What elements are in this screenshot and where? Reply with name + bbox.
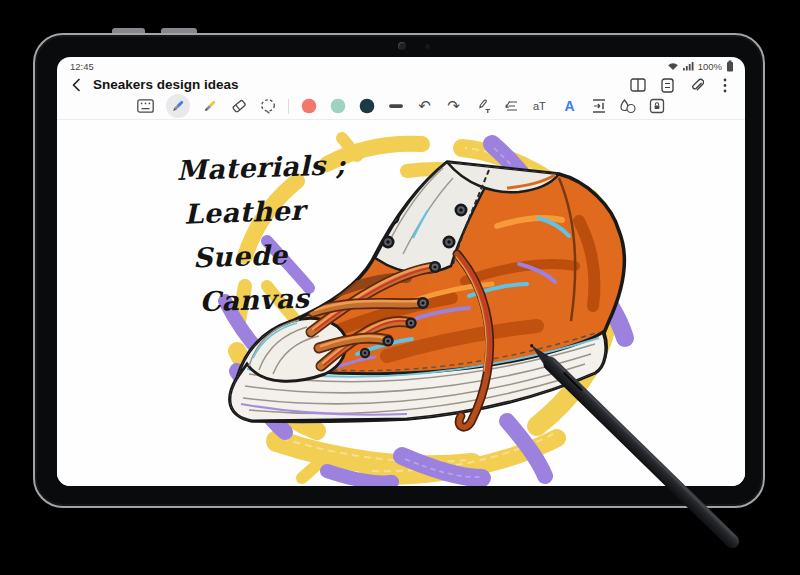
keyboard-tool-button[interactable] <box>137 97 155 115</box>
svg-text:A: A <box>564 98 574 114</box>
color-swatch-coral[interactable] <box>300 97 318 115</box>
color-swatch-mint[interactable] <box>329 97 347 115</box>
handwritten-note: Materials ; Leather Suede Canvas <box>176 143 351 325</box>
undo-button[interactable]: ↶ <box>416 97 434 115</box>
scene: 12:45 100% <box>0 0 800 575</box>
undo-icon: ↶ <box>418 99 431 114</box>
drawing-toolbar: ↶ ↷ <box>57 93 745 119</box>
insert-text-button[interactable] <box>590 97 608 115</box>
highlighter-tool-button[interactable] <box>201 97 219 115</box>
pen-to-text-button[interactable] <box>474 97 492 115</box>
tablet-screen: 12:45 100% <box>57 57 745 486</box>
eraser-icon <box>231 98 247 114</box>
back-button[interactable] <box>69 77 85 93</box>
pen-tool-button[interactable] <box>166 94 190 118</box>
pen-to-text-icon <box>475 98 491 114</box>
light-sensor-icon <box>425 44 430 49</box>
pen-icon <box>170 98 186 114</box>
redo-button[interactable]: ↷ <box>445 97 463 115</box>
lasso-icon <box>260 98 276 114</box>
lock-page-button[interactable] <box>648 97 666 115</box>
front-camera-icon <box>398 42 406 50</box>
handwriting-line: Leather <box>184 187 349 237</box>
note-view-button[interactable] <box>657 75 677 95</box>
more-options-button[interactable] <box>715 75 735 95</box>
convert-to-text-button[interactable]: aT <box>532 97 550 115</box>
note-canvas[interactable]: Materials ; Leather Suede Canvas <box>57 120 745 486</box>
convert-to-text-icon: aT <box>532 98 550 114</box>
highlighter-icon <box>202 98 218 114</box>
signal-icon <box>683 61 694 71</box>
color-swatch-navy[interactable] <box>358 97 376 115</box>
battery-percent: 100% <box>698 61 722 72</box>
auto-format-button[interactable]: A <box>561 97 579 115</box>
attachment-button[interactable] <box>686 75 706 95</box>
toolbar-divider <box>288 99 289 114</box>
svg-text:aT: aT <box>533 100 546 112</box>
insert-text-icon <box>591 98 607 114</box>
straighten-button[interactable] <box>503 97 521 115</box>
shapes-icon <box>619 98 636 114</box>
shape-recognition-button[interactable] <box>619 97 637 115</box>
line-thickness-button[interactable] <box>387 97 405 115</box>
handwriting-line: Materials ; <box>176 143 347 193</box>
handwriting-line: Suede <box>192 231 350 280</box>
two-page-view-button[interactable] <box>628 75 648 95</box>
wifi-icon <box>667 61 679 71</box>
redo-icon: ↷ <box>447 99 460 114</box>
auto-format-icon: A <box>562 98 578 114</box>
tablet-body: 12:45 100% <box>33 33 765 508</box>
handwriting-line: Canvas <box>199 275 352 324</box>
lasso-select-button[interactable] <box>259 97 277 115</box>
eraser-tool-button[interactable] <box>230 97 248 115</box>
lock-page-icon <box>649 98 665 114</box>
straighten-icon <box>504 98 520 114</box>
page-title: Sneakers design ideas <box>93 77 239 92</box>
